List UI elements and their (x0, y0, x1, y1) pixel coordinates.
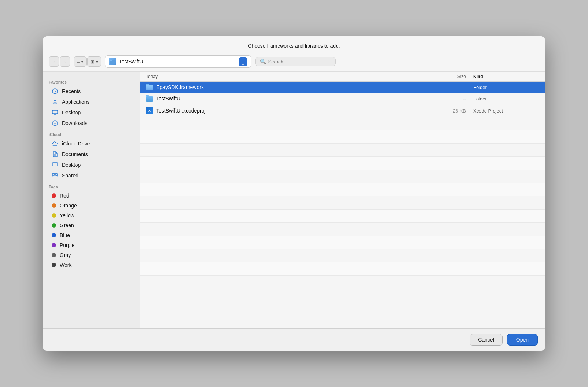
search-bar: 🔍 (255, 57, 336, 66)
empty-row (140, 236, 545, 249)
column-header-name[interactable]: Today (146, 74, 429, 79)
location-text: TestSwiftUI (119, 59, 236, 64)
file-row-testswiftui[interactable]: TestSwiftUI -- Folder (140, 93, 545, 104)
tag-label: Gray (60, 252, 71, 258)
empty-row (140, 210, 545, 223)
empty-row (140, 117, 545, 130)
sidebar-item-documents[interactable]: Documents (46, 149, 137, 159)
file-kind-testswiftui: Folder (473, 96, 539, 102)
sidebar-item-label: Documents (62, 151, 88, 157)
sidebar-item-applications[interactable]: Applications (46, 97, 137, 107)
sidebar-item-desktop-icloud[interactable]: Desktop (46, 160, 137, 170)
sidebar-item-icloud-drive[interactable]: iCloud Drive (46, 139, 137, 149)
sidebar-item-purple[interactable]: Purple (46, 240, 137, 250)
sidebar-item-green[interactable]: Green (46, 221, 137, 230)
chevron-up-down-icon: ⌃⌄ (241, 56, 245, 67)
file-chooser-dialog: Choose frameworks and libraries to add: … (43, 36, 545, 351)
file-list-header: Today Size Kind (140, 72, 545, 82)
sidebar-item-desktop[interactable]: Desktop (46, 107, 137, 118)
tag-label: Orange (60, 203, 77, 209)
forward-button[interactable]: › (60, 56, 70, 67)
tag-label: Blue (60, 232, 70, 238)
file-name-xcodeproj: X TestSwiftUI.xcodeproj (146, 107, 429, 114)
sidebar-item-label: Desktop (62, 162, 81, 168)
file-label-epay: EpaySDK.framework (156, 84, 204, 90)
sidebar-item-orange[interactable]: Orange (46, 201, 137, 210)
back-button[interactable]: ‹ (49, 56, 59, 67)
toolbar: ‹ › ≡ ▾ ⊞ ▾ TestSwiftUI ⌃⌄ (43, 52, 545, 72)
tags-section-title: Tags (43, 181, 140, 191)
favorites-section-title: Favorites (43, 76, 140, 86)
cancel-button[interactable]: Cancel (470, 334, 503, 346)
svg-rect-6 (52, 110, 58, 114)
cloud-icon (52, 140, 58, 147)
sidebar-item-red[interactable]: Red (46, 191, 137, 200)
tag-label: Red (60, 193, 69, 199)
open-button[interactable]: Open (507, 334, 538, 346)
sidebar-item-label: Recents (62, 88, 81, 94)
empty-row (140, 144, 545, 157)
location-chevron-button[interactable]: ⌃⌄ (239, 57, 247, 66)
monitor-icon (52, 109, 58, 116)
work-tag-dot (52, 263, 56, 267)
empty-row (140, 223, 545, 236)
sidebar: Favorites Recents (43, 72, 140, 328)
folder-icon-epay (146, 84, 153, 90)
column-header-size[interactable]: Size (429, 74, 473, 79)
grid-view-button[interactable]: ⊞ ▾ (87, 56, 101, 67)
download-icon (52, 120, 58, 126)
svg-line-4 (55, 91, 56, 92)
empty-row (140, 249, 545, 262)
view-toggle: ≡ ▾ ⊞ ▾ (74, 56, 101, 67)
search-input[interactable] (268, 59, 331, 64)
gray-tag-dot (52, 253, 56, 257)
empty-row (140, 157, 545, 170)
shared-folder-icon (52, 172, 58, 179)
purple-tag-dot (52, 243, 56, 247)
sidebar-item-label: Applications (62, 99, 90, 105)
list-view-button[interactable]: ≡ ▾ (74, 56, 87, 67)
rocket-icon (52, 99, 58, 105)
tag-label: Work (60, 262, 71, 268)
svg-rect-13 (52, 163, 58, 166)
file-row-epay[interactable]: EpaySDK.framework -- Folder (140, 82, 545, 93)
file-label-xcodeproj: TestSwiftUI.xcodeproj (156, 108, 206, 114)
dialog-title: Choose frameworks and libraries to add: (43, 36, 545, 52)
file-name-testswiftui: TestSwiftUI (146, 96, 429, 102)
empty-row (140, 183, 545, 196)
monitor-icloud-icon (52, 162, 58, 168)
svg-rect-1 (110, 60, 112, 61)
sidebar-item-yellow[interactable]: Yellow (46, 211, 137, 220)
nav-buttons: ‹ › (49, 56, 70, 67)
file-size-epay: -- (429, 85, 473, 90)
icloud-section-title: iCloud (43, 129, 140, 138)
file-row-xcodeproj[interactable]: X TestSwiftUI.xcodeproj 26 KB Xcode Proj… (140, 104, 545, 117)
empty-row (140, 170, 545, 183)
sidebar-item-blue[interactable]: Blue (46, 231, 137, 240)
location-bar[interactable]: TestSwiftUI ⌃⌄ (105, 55, 251, 68)
svg-point-5 (55, 101, 55, 102)
sidebar-item-shared[interactable]: Shared (46, 170, 137, 181)
tag-label: Purple (60, 242, 74, 248)
file-list: Today Size Kind EpaySDK.framework -- Fol… (140, 72, 545, 328)
grid-view-chevron: ▾ (96, 60, 98, 64)
search-icon: 🔍 (260, 59, 266, 64)
sidebar-item-label: Desktop (62, 110, 81, 115)
sidebar-item-recents[interactable]: Recents (46, 86, 137, 96)
sidebar-item-work[interactable]: Work (46, 260, 137, 270)
tag-label: Yellow (60, 213, 74, 218)
clock-icon (52, 88, 58, 95)
sidebar-item-label: Shared (62, 173, 78, 178)
green-tag-dot (52, 223, 56, 228)
list-view-chevron: ▾ (81, 60, 83, 64)
dialog-footer: Cancel Open (43, 328, 545, 351)
xcode-project-icon: X (146, 107, 153, 114)
column-header-kind[interactable]: Kind (473, 74, 539, 79)
blue-tag-dot (52, 233, 56, 237)
sidebar-item-gray[interactable]: Gray (46, 250, 137, 260)
file-kind-epay: Folder (473, 85, 539, 90)
sidebar-item-downloads[interactable]: Downloads (46, 118, 137, 128)
empty-row (140, 196, 545, 210)
empty-row (140, 130, 545, 144)
file-kind-xcodeproj: Xcode Project (473, 108, 539, 114)
